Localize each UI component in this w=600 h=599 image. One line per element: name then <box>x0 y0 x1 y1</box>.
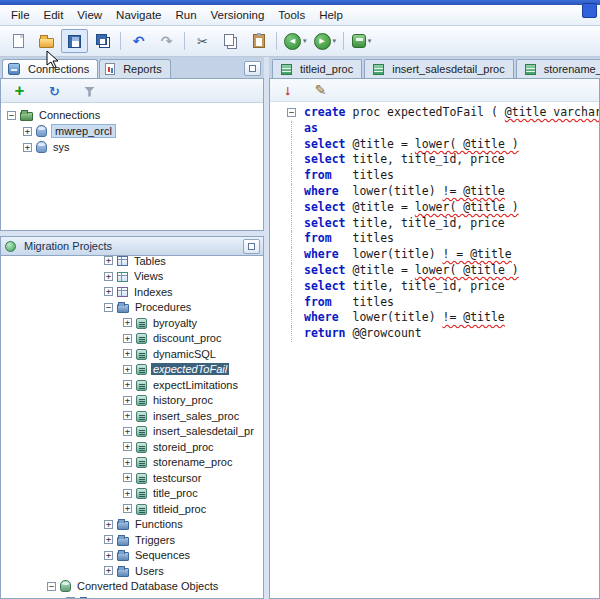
editor-tab-insert-salesdetail-proc[interactable]: insert_salesdetail_proc <box>364 59 514 78</box>
code-line: select title, title_id, price <box>270 216 599 232</box>
menu-tools[interactable]: Tools <box>271 6 312 24</box>
fold-toggle[interactable]: − <box>287 108 296 117</box>
expand-toggle[interactable]: + <box>123 442 132 451</box>
tree-item-storename-proc[interactable]: +storename_proc <box>1 455 263 471</box>
tree-item-byroyalty[interactable]: +byroyalty <box>1 315 263 331</box>
edit-button[interactable] <box>307 78 334 102</box>
expand-toggle[interactable]: + <box>104 287 113 296</box>
expand-toggle[interactable]: + <box>123 396 132 405</box>
menu-edit[interactable]: Edit <box>37 6 71 24</box>
tree-item-history-proc[interactable]: +history_proc <box>1 393 263 409</box>
tree-item-title-proc[interactable]: +title_proc <box>1 486 263 502</box>
tree-item-views[interactable]: +Views <box>1 269 263 285</box>
code-gutter <box>270 152 304 168</box>
back-button[interactable]: ▾ <box>281 29 310 53</box>
expand-toggle[interactable]: + <box>123 504 132 513</box>
main-area: ConnectionsReports −Connections+mwrep_or… <box>0 57 600 599</box>
expand-toggle[interactable]: + <box>123 427 132 436</box>
migration-panel-minimize-button[interactable] <box>243 239 260 254</box>
tree-item-discount-proc[interactable]: +discount_proc <box>1 331 263 347</box>
load-source-button[interactable] <box>274 78 301 102</box>
code-editor[interactable]: −create proc expectedToFail ( @title var… <box>270 102 599 598</box>
tree-item-converted-database-objects[interactable]: −Converted Database Objects <box>1 579 263 595</box>
tree-item-insert-salesdetail-pr[interactable]: +insert_salesdetail_pr <box>1 424 263 440</box>
tree-item-users[interactable]: +Users <box>1 563 263 579</box>
expand-toggle[interactable]: + <box>104 551 113 560</box>
menu-file[interactable]: File <box>4 6 37 24</box>
indexes-icon <box>117 287 128 297</box>
paste-button[interactable] <box>245 29 272 53</box>
expand-toggle[interactable]: + <box>104 520 113 529</box>
editor-tab-titleid-proc[interactable]: titleid_proc <box>272 59 362 78</box>
code-gutter <box>270 247 304 263</box>
tab-reports[interactable]: Reports <box>99 59 171 78</box>
tree-item-expectlimitations[interactable]: +expectLimitations <box>1 377 263 393</box>
menu-versioning[interactable]: Versioning <box>204 6 272 24</box>
dropdown-caret-icon[interactable]: ▾ <box>303 37 307 45</box>
tree-item-sys[interactable]: +sys <box>1 139 263 155</box>
copy-button[interactable] <box>217 29 244 53</box>
tree-item-procedures[interactable]: −Procedures <box>1 300 263 316</box>
expand-toggle[interactable]: + <box>23 143 32 152</box>
tree-item-titleid-proc[interactable]: +titleid_proc <box>1 501 263 517</box>
expand-toggle[interactable]: + <box>123 349 132 358</box>
menu-navigate[interactable]: Navigate <box>109 6 168 24</box>
redo-button[interactable] <box>153 29 180 53</box>
tree-item-tables[interactable]: +Tables <box>1 256 263 269</box>
tree-item-testcursor[interactable]: +testcursor <box>1 470 263 486</box>
expand-toggle[interactable]: + <box>123 318 132 327</box>
menu-run[interactable]: Run <box>168 6 203 24</box>
mouse-cursor-icon <box>46 50 59 69</box>
tree-item-indexes[interactable]: +Indexes <box>1 284 263 300</box>
code-gutter <box>270 310 304 326</box>
expand-toggle[interactable]: + <box>104 272 113 281</box>
code-text: titles <box>332 295 394 311</box>
tree-item-expectedtofail[interactable]: +expectedToFail <box>1 362 263 378</box>
code-text: lower(title) <box>339 247 443 263</box>
add-connection-button[interactable] <box>6 79 33 103</box>
tree-item-dynamicsql[interactable]: +dynamicSQL <box>1 346 263 362</box>
dropdown-caret-icon[interactable]: ▾ <box>333 37 337 45</box>
editor-tab-storename-proc[interactable]: storename_proc <box>516 59 600 78</box>
save-all-button[interactable] <box>89 29 116 53</box>
tree-item-connections[interactable]: −Connections <box>1 107 263 123</box>
expand-toggle[interactable]: + <box>123 365 132 374</box>
forward-button[interactable]: ▾ <box>311 29 340 53</box>
new-file-button[interactable] <box>5 29 32 53</box>
tree-item-label: discount_proc <box>151 332 224 344</box>
expand-toggle[interactable]: + <box>104 535 113 544</box>
menu-help[interactable]: Help <box>312 6 350 24</box>
tree-item-mwrep-orcl[interactable]: +mwrep_orcl <box>1 123 263 139</box>
tree-item-partial[interactable]: + <box>1 594 263 599</box>
tree-item-triggers[interactable]: +Triggers <box>1 532 263 548</box>
cut-button[interactable] <box>189 29 216 53</box>
expand-toggle[interactable]: − <box>104 303 113 312</box>
code-gutter <box>270 137 304 153</box>
tree-item-functions[interactable]: +Functions <box>1 517 263 533</box>
expand-toggle[interactable]: + <box>123 380 132 389</box>
tree-item-insert-sales-proc[interactable]: +insert_sales_proc <box>1 408 263 424</box>
expand-toggle[interactable]: + <box>104 256 113 265</box>
menu-view[interactable]: View <box>70 6 109 24</box>
expand-toggle[interactable]: + <box>123 334 132 343</box>
expand-toggle[interactable]: + <box>123 489 132 498</box>
undo-button[interactable] <box>125 29 152 53</box>
refresh-button[interactable] <box>41 79 68 103</box>
filter-button[interactable] <box>76 79 103 103</box>
expand-toggle[interactable]: + <box>23 127 32 136</box>
expand-toggle[interactable]: + <box>123 458 132 467</box>
expand-toggle[interactable]: − <box>47 582 56 591</box>
proc-icon <box>136 473 147 484</box>
expand-toggle[interactable]: − <box>7 111 16 120</box>
connections-panel-minimize-button[interactable] <box>244 61 261 76</box>
tree-item-storeid-proc[interactable]: +storeid_proc <box>1 439 263 455</box>
connect-button[interactable]: ▾ <box>348 29 375 53</box>
save-button[interactable] <box>61 29 88 53</box>
expand-toggle[interactable]: + <box>104 566 113 575</box>
dropdown-caret-icon[interactable]: ▾ <box>368 37 372 45</box>
expand-toggle[interactable]: + <box>123 473 132 482</box>
migration-projects-tree: +Tables+Views+Indexes−Procedures+byroyal… <box>1 256 263 599</box>
tree-item-sequences[interactable]: +Sequences <box>1 548 263 564</box>
expand-toggle[interactable]: + <box>123 411 132 420</box>
left-tab-bar: ConnectionsReports <box>0 57 264 78</box>
